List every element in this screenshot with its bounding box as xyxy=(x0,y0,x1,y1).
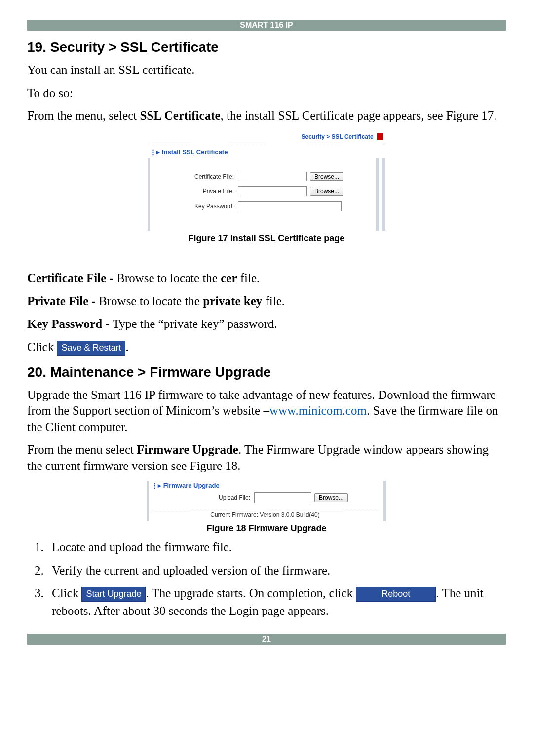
header-title: SMART 116 IP xyxy=(240,21,293,29)
section-20-heading: 20. Maintenance > Firmware Upgrade xyxy=(27,364,506,380)
upload-browse-button[interactable]: Browse... xyxy=(314,493,348,502)
ssl-panel: Certificate File: Browse... Private File… xyxy=(148,158,385,231)
key-password-row: Key Password: xyxy=(155,201,371,211)
figure-18-caption: Figure 18 Firmware Upgrade xyxy=(27,523,506,534)
private-file-row: Private File: Browse... xyxy=(155,186,371,196)
step-2: Verify the current and uploaded version … xyxy=(47,562,506,579)
section-19-p2: To do so: xyxy=(27,85,506,102)
breadcrumb: Security > SSL Certificate xyxy=(148,131,385,145)
figure-18: ⋮▸ Firmware Upgrade Upload File: Browse.… xyxy=(147,481,386,521)
section-19-p3: From the menu, select SSL Certificate, t… xyxy=(27,108,506,124)
page-number: 21 xyxy=(262,635,271,643)
upload-file-input[interactable] xyxy=(254,492,311,503)
current-firmware-label: Current Firmware: Version 3.0.0 Build(40… xyxy=(152,509,379,518)
page-footer: 21 xyxy=(27,634,506,645)
upload-file-row: Upload File: Browse... xyxy=(152,492,379,503)
certificate-file-row: Certificate File: Browse... xyxy=(155,172,371,181)
click-save-restart: Click Save & Restart. xyxy=(27,339,506,356)
start-upgrade-button[interactable]: Start Upgrade xyxy=(81,587,146,601)
cert-file-def: Certificate File - Browse to locate the … xyxy=(27,270,506,287)
section-19-p1: You can install an SSL certificate. xyxy=(27,62,506,78)
step-1: Locate and upload the firmware file. xyxy=(47,539,506,556)
private-file-input[interactable] xyxy=(238,186,307,196)
priv-file-def: Private File - Browse to locate the priv… xyxy=(27,293,506,310)
step-3: Click Start Upgrade. The upgrade starts.… xyxy=(47,584,506,620)
page-header: SMART 116 IP xyxy=(27,20,506,31)
figure-17: Security > SSL Certificate ⋮▸Install SSL… xyxy=(148,131,385,231)
section-20-p2: From the menu select Firmware Upgrade. T… xyxy=(27,442,506,474)
help-icon[interactable] xyxy=(377,133,383,140)
breadcrumb-ssl: SSL Certificate xyxy=(332,133,374,140)
private-file-label: Private File: xyxy=(155,188,238,195)
key-password-label: Key Password: xyxy=(155,203,238,210)
key-pass-def: Key Password - Type the “private key” pa… xyxy=(27,316,506,332)
firmware-upgrade-title: ⋮▸ Firmware Upgrade xyxy=(152,482,379,489)
upload-file-label: Upload File: xyxy=(152,494,254,501)
private-browse-button[interactable]: Browse... xyxy=(310,187,343,196)
certificate-file-input[interactable] xyxy=(238,172,307,181)
save-restart-button[interactable]: Save & Restart xyxy=(57,341,125,355)
minicom-link[interactable]: www.minicom.com xyxy=(269,404,367,417)
steps-list: Locate and upload the firmware file. Ver… xyxy=(27,539,506,620)
reboot-button[interactable]: Reboot xyxy=(356,587,436,601)
panel-title: ⋮▸Install SSL Certificate xyxy=(148,144,385,158)
expand-icon: ⋮▸ xyxy=(150,148,160,156)
section-20-p1: Upgrade the Smart 116 IP firmware to tak… xyxy=(27,387,506,435)
certificate-file-label: Certificate File: xyxy=(155,173,238,180)
expand-icon: ⋮▸ xyxy=(152,482,161,489)
certificate-browse-button[interactable]: Browse... xyxy=(310,172,343,181)
section-19-heading: 19. Security > SSL Certificate xyxy=(27,39,506,55)
figure-17-caption: Figure 17 Install SSL Certificate page xyxy=(27,233,506,244)
breadcrumb-security: Security xyxy=(301,133,324,140)
key-password-input[interactable] xyxy=(238,201,342,211)
